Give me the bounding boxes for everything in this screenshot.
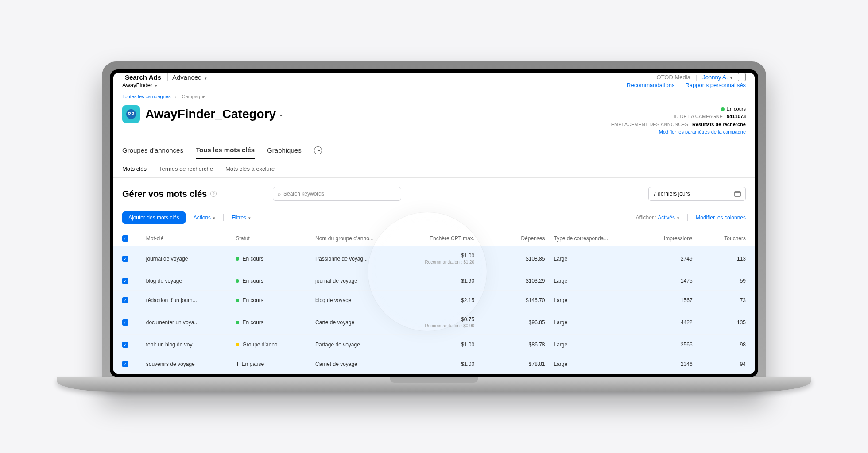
cell-group: blog de voyage <box>311 291 394 310</box>
cell-status: En cours <box>231 246 311 271</box>
cell-keyword: souvenirs de voyage <box>142 354 232 374</box>
col-keyword[interactable]: Mot-clé <box>142 230 232 246</box>
brand-sub[interactable]: Advanced ▾ <box>167 73 207 81</box>
id-label: ID DE LA CAMPAGNE : <box>674 114 726 119</box>
cell-bid[interactable]: $1.00 <box>394 335 479 354</box>
tab-ad-groups[interactable]: Groupes d'annonces <box>122 146 183 158</box>
top-right: OTOD Media | Johnny A. ▾ <box>657 73 746 81</box>
table-row[interactable]: ✓souvenirs de voyageEn pauseCarnet de vo… <box>113 354 755 374</box>
keywords-table: ✓ Mot-clé Statut Nom du groupe d'anno...… <box>113 230 755 374</box>
search-input[interactable]: ⌕ Search keywords <box>273 187 401 201</box>
row-checkbox[interactable]: ✓ <box>122 297 128 303</box>
app-label: AwayFinder <box>122 82 152 88</box>
cell-bid[interactable]: $0.75Recommandation : $0.90 <box>394 310 479 335</box>
date-range-picker[interactable]: 7 derniers jours <box>648 187 746 201</box>
laptop-base <box>57 377 811 392</box>
svg-point-0 <box>126 109 136 119</box>
manage-title-text: Gérer vos mots clés <box>122 189 207 199</box>
cell-taps: 113 <box>697 246 755 271</box>
table-row[interactable]: ✓tenir un blog de voy...Groupe d'anno...… <box>113 335 755 354</box>
breadcrumb-root[interactable]: Toutes les campagnes <box>122 94 170 99</box>
panel-icon[interactable] <box>738 73 746 81</box>
cell-spend: $78.81 <box>479 354 549 374</box>
svg-point-4 <box>132 112 134 114</box>
tab-all-keywords[interactable]: Tous les mots clés <box>196 146 255 159</box>
actions-menu[interactable]: Actions ▾ <box>194 215 216 221</box>
cell-keyword: tenir un blog de voy... <box>142 335 232 354</box>
tab-charts[interactable]: Graphiques <box>267 146 302 158</box>
cell-match: Large <box>549 271 626 291</box>
cell-status: En cours <box>231 310 311 335</box>
placement-label: EMPLACEMENT DES ANNONCES : <box>611 122 691 127</box>
chevron-down-icon: ▾ <box>213 216 215 220</box>
cell-match: Large <box>549 354 626 374</box>
custom-reports-link[interactable]: Rapports personnalisés <box>685 82 746 88</box>
tab-keywords[interactable]: Mots clés <box>122 165 147 177</box>
brand[interactable]: Search Ads Advanced ▾ <box>122 73 207 81</box>
laptop-notch <box>390 377 478 383</box>
screen-bezel: Search Ads Advanced ▾ OTOD Media | Johnn… <box>110 69 758 377</box>
cell-status: En pause <box>231 354 311 374</box>
cell-keyword: blog de voyage <box>142 271 232 291</box>
tabs-sub: Mots clés Termes de recherche Mots clés … <box>113 159 755 178</box>
row-checkbox[interactable]: ✓ <box>122 319 128 326</box>
brand-sub-label: Advanced <box>172 73 202 81</box>
tab-search-terms[interactable]: Termes de recherche <box>159 165 213 177</box>
cell-taps: 59 <box>697 271 755 291</box>
cell-spend: $146.70 <box>479 291 549 310</box>
col-status[interactable]: Statut <box>231 230 311 246</box>
history-icon[interactable] <box>314 146 322 154</box>
row-checkbox[interactable]: ✓ <box>122 342 128 348</box>
table-row[interactable]: ✓blog de voyageEn coursjournal de voyage… <box>113 271 755 291</box>
cell-bid[interactable]: $1.90 <box>394 271 479 291</box>
search-icon: ⌕ <box>278 191 281 197</box>
table-row[interactable]: ✓rédaction d'un journ...En coursblog de … <box>113 291 755 310</box>
col-taps[interactable]: Touchers <box>697 230 755 246</box>
app-selector[interactable]: AwayFinder ▾ <box>122 82 157 88</box>
recommendations-link[interactable]: Recommandations <box>627 82 674 88</box>
tab-negative-keywords[interactable]: Mots clés à exclure <box>225 165 275 177</box>
recommendation-text: Recommandation : $1.20 <box>399 260 474 265</box>
row-checkbox[interactable]: ✓ <box>122 361 128 367</box>
app-icon <box>122 105 140 123</box>
col-match[interactable]: Type de corresponda... <box>549 230 626 246</box>
actions-label: Actions <box>194 215 211 221</box>
chevron-down-icon: ▾ <box>730 76 732 80</box>
status-text: Groupe d'anno... <box>242 342 282 348</box>
cell-match: Large <box>549 310 626 335</box>
campaign-title[interactable]: AwayFinder_Category ⌄ <box>145 107 284 121</box>
cell-bid[interactable]: $1.00Recommandation : $1.20 <box>394 246 479 271</box>
show-filter[interactable]: Afficher : Activés ▾ <box>636 215 679 221</box>
cell-match: Large <box>549 246 626 271</box>
cell-keyword: documenter un voya... <box>142 310 232 335</box>
cell-bid[interactable]: $1.00 <box>394 354 479 374</box>
table-row[interactable]: ✓journal de voyageEn coursPassionné de v… <box>113 246 755 271</box>
subbar: AwayFinder ▾ Recommandations Rapports pe… <box>113 81 755 89</box>
id-value: 9411073 <box>727 114 746 119</box>
topbar: Search Ads Advanced ▾ OTOD Media | Johnn… <box>113 73 755 81</box>
cell-bid[interactable]: $2.15 <box>394 291 479 310</box>
cell-group: Passionné de voyag... <box>311 246 394 271</box>
date-range-label: 7 derniers jours <box>653 191 690 197</box>
select-all-checkbox[interactable]: ✓ <box>122 235 128 242</box>
edit-columns-link[interactable]: Modifier les colonnes <box>696 215 746 221</box>
user-menu[interactable]: Johnny A. ▾ <box>702 74 732 81</box>
cell-match: Large <box>549 291 626 310</box>
show-label: Afficher : <box>636 215 656 221</box>
row-checkbox[interactable]: ✓ <box>122 278 128 284</box>
filters-menu[interactable]: Filtres ▾ <box>232 215 251 221</box>
add-keywords-button[interactable]: Ajouter des mots clés <box>122 211 186 224</box>
cell-taps: 135 <box>697 310 755 335</box>
edit-campaign-link[interactable]: Modifier les paramètres de la campagne <box>659 129 746 134</box>
col-impressions[interactable]: Impressions <box>626 230 697 246</box>
col-spend[interactable]: Dépenses <box>479 230 549 246</box>
row-checkbox[interactable]: ✓ <box>122 256 128 262</box>
col-group[interactable]: Nom du groupe d'anno... <box>311 230 394 246</box>
cell-spend: $86.78 <box>479 335 549 354</box>
help-icon[interactable]: ? <box>210 191 217 197</box>
cell-keyword: journal de voyage <box>142 246 232 271</box>
cell-impressions: 1475 <box>626 271 697 291</box>
col-bid[interactable]: Enchère CPT max. <box>394 230 479 246</box>
cell-impressions: 1567 <box>626 291 697 310</box>
table-row[interactable]: ✓documenter un voya...En coursCarte de v… <box>113 310 755 335</box>
